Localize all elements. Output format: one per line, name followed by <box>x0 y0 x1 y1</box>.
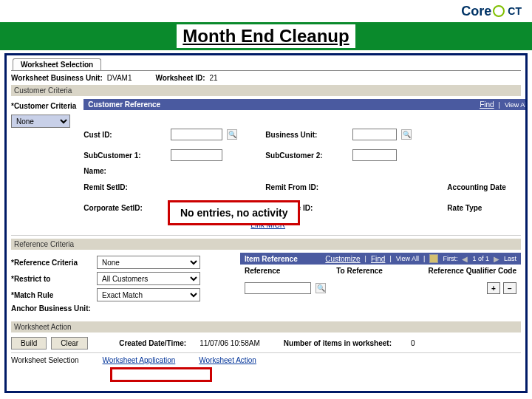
item-ref-find-link[interactable]: Find <box>371 255 385 263</box>
ws-id-label: Worksheet ID: <box>155 74 205 82</box>
item-ref-first: First: <box>443 255 457 262</box>
cust-ref-find-link[interactable]: Find <box>480 100 494 109</box>
customer-reference-bar: Customer Reference Find | View All First… <box>83 99 528 110</box>
corrsetid-label: Corporate SetID: <box>83 204 165 212</box>
cust-ref-viewall: View All <box>505 101 528 109</box>
cust-criteria-label: *Customer Criteria <box>11 102 76 110</box>
tab-worksheet-selection[interactable]: Worksheet Selection <box>13 58 101 70</box>
download-icon[interactable] <box>429 254 438 263</box>
custid-lookup-icon[interactable]: 🔍 <box>227 129 237 140</box>
acctdate-label: Accounting Date <box>447 183 528 191</box>
cust-bu-label: Business Unit: <box>265 131 347 139</box>
logo-ct: CT <box>508 5 522 17</box>
logo-ring-icon <box>493 5 505 17</box>
ref-criteria-select[interactable]: None <box>97 256 200 269</box>
match-label: *Match Rule <box>11 291 92 299</box>
item-ref-customize-link[interactable]: Customize <box>325 255 360 263</box>
restrict-label: *Restrict to <box>11 275 92 283</box>
build-button[interactable]: Build <box>11 337 47 349</box>
item-prev-icon[interactable]: ◀ <box>462 255 468 263</box>
logo-core: Core <box>461 4 491 19</box>
footer-ws-app-link[interactable]: Worksheet Application <box>103 356 176 364</box>
ref-criteria-label: *Reference Criteria <box>11 259 92 267</box>
callout-no-entries: No entries, no activity <box>168 200 300 225</box>
sub2-label: SubCustomer 2: <box>265 151 347 160</box>
sub1-input[interactable] <box>171 149 222 161</box>
footer-ws-select: Worksheet Selection <box>11 356 79 364</box>
custid-input[interactable] <box>171 129 222 140</box>
logo: Core CT <box>461 4 522 19</box>
customer-criteria-section: Customer Criteria <box>11 85 521 96</box>
cust-bu-input[interactable] <box>352 129 397 140</box>
col-qualifier: Reference Qualifier Code <box>429 267 516 275</box>
highlight-box <box>110 367 212 382</box>
item-ref-viewall: View All <box>396 255 419 262</box>
remitfromid-label: Remit From ID: <box>265 183 347 191</box>
item-next-icon[interactable]: ▶ <box>494 255 499 263</box>
remitsetid-label: Remit SetID: <box>83 183 165 191</box>
reference-lookup-icon[interactable]: 🔍 <box>316 283 326 293</box>
item-reference-bar: Item Reference Customize| Find| View All… <box>240 253 521 265</box>
item-ref-last: Last <box>504 255 516 262</box>
app-frame: Worksheet Selection Worksheet Business U… <box>4 53 528 393</box>
reference-criteria-section: Reference Criteria <box>11 239 521 250</box>
footer-ws-action-link[interactable]: Worksheet Action <box>199 356 256 364</box>
ws-bu-label: Worksheet Business Unit: <box>11 74 103 82</box>
sub1-label: SubCustomer 1: <box>83 151 165 160</box>
cust-bu-lookup-icon[interactable]: 🔍 <box>401 129 412 140</box>
created-label: Created Date/Time: <box>119 339 186 347</box>
clear-button[interactable]: Clear <box>51 337 88 349</box>
sub2-input[interactable] <box>352 149 397 161</box>
restrict-select[interactable]: All Customers <box>97 272 200 285</box>
custid-label: Cust ID: <box>83 131 165 139</box>
col-to-reference: To Reference <box>336 267 423 275</box>
reference-input[interactable] <box>245 282 311 294</box>
cust-criteria-select[interactable]: None <box>11 115 70 128</box>
col-reference: Reference <box>245 267 332 275</box>
created-value: 11/07/06 10:58AM <box>200 339 260 347</box>
match-select[interactable]: Exact Match <box>97 288 200 301</box>
cust-ref-head: Customer Reference <box>88 100 160 109</box>
anchor-bu-label: Anchor Business Unit: <box>11 304 107 313</box>
ref-add-button[interactable]: + <box>487 282 500 294</box>
ws-id-value: 21 <box>210 74 218 82</box>
ref-remove-button[interactable]: − <box>503 282 516 294</box>
numitems-value: 0 <box>411 339 415 347</box>
page-title: Month End Cleanup <box>177 24 355 48</box>
numitems-label: Number of items in worksheet: <box>284 339 392 347</box>
ws-bu-value: DVAM1 <box>107 74 132 82</box>
item-ref-head: Item Reference <box>245 255 298 263</box>
worksheet-action-section: Worksheet Action <box>11 321 521 332</box>
ratetype-label: Rate Type <box>447 204 528 212</box>
name-label: Name: <box>83 167 165 175</box>
item-ref-count: 1 of 1 <box>472 255 489 262</box>
title-bar: Month End Cleanup <box>0 22 532 50</box>
